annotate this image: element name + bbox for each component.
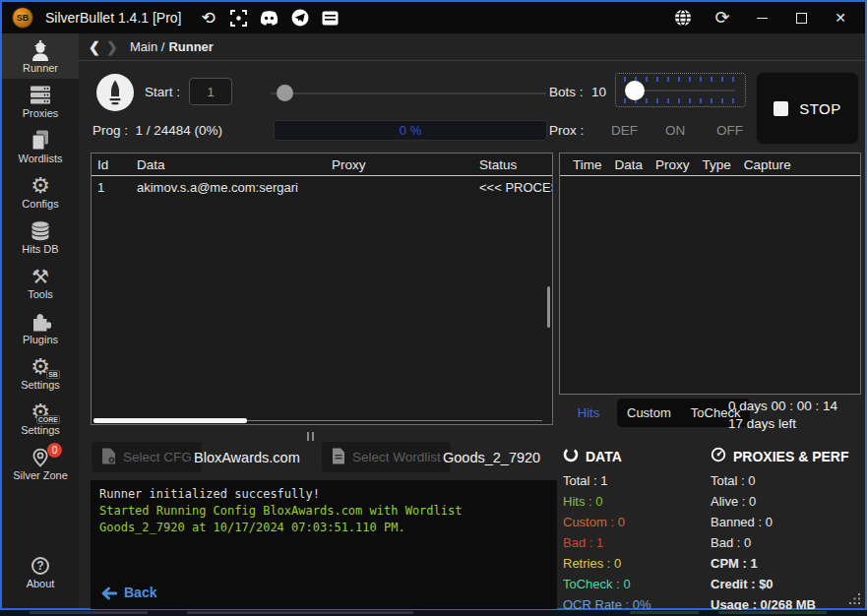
select-wordlist-button[interactable]: Select Wordlist <box>321 441 452 473</box>
sidebar-item-hits-db[interactable]: Hits DB <box>2 215 79 260</box>
stat-proxy-alive: Alive : 0 <box>711 494 848 509</box>
days-left: 17 days left <box>728 416 796 431</box>
history-icon[interactable]: ⟲ <box>198 7 219 29</box>
gear-sb-icon: ⚙SB <box>31 356 50 378</box>
splitter-handle[interactable] <box>305 427 315 445</box>
log-line: Started Running Config BloxAwards.com wi… <box>99 503 548 536</box>
background-window-strip <box>0 610 867 616</box>
column-header-id: Id <box>92 157 131 172</box>
bullet-icon <box>96 74 134 111</box>
sidebar-item-runner[interactable]: Runner <box>2 33 79 79</box>
app-logo: SB <box>12 7 33 29</box>
sidebar: Runner Proxies Wordlists ⚙ Configs Hits … <box>2 33 79 608</box>
app-title: SilverBullet 1.4.1 [Pro] <box>45 10 182 26</box>
sidebar-item-label: Hits DB <box>22 243 58 255</box>
prox-radio-off-label: OFF <box>716 123 743 138</box>
back-button[interactable]: Back <box>100 585 156 601</box>
select-cfg-button[interactable]: Select CFG <box>91 441 203 473</box>
sidebar-item-label: Plugins <box>23 334 58 345</box>
silver-zone-badge: 0 <box>47 443 62 458</box>
start-input[interactable] <box>189 78 232 105</box>
proxies-stats-panel: PROXIES & PERF Total : 0 Alive : 0 Banne… <box>711 447 848 612</box>
column-header-proxy: Proxy <box>326 157 473 172</box>
sidebar-item-label: Settings <box>21 424 60 436</box>
column-header-status: Status <box>473 157 552 172</box>
sidebar-item-wordlists[interactable]: Wordlists <box>2 124 79 169</box>
selected-wordlist: Goods_2_7920 <box>443 450 540 465</box>
minimize-button[interactable] <box>745 5 778 31</box>
bots-value: 10 <box>591 85 606 99</box>
sidebar-item-label: Wordlists <box>18 153 62 164</box>
secondary-slider[interactable] <box>271 92 546 94</box>
documents-icon <box>31 130 50 152</box>
hits-table: Time Data Proxy Type Capture <box>559 153 861 395</box>
config-file-icon <box>101 448 116 467</box>
titlebar: SB SilverBullet 1.4.1 [Pro] ⟲ ⟳ ✕ <box>2 2 865 33</box>
cell-id: 1 <box>92 180 131 195</box>
progress-value: 1 / 24484 (0%) <box>136 123 223 138</box>
stat-tocheck: ToCheck : 0 <box>563 577 651 591</box>
bots-slider-thumb[interactable] <box>625 81 645 100</box>
wordlist-file-icon <box>332 448 345 467</box>
notes-icon[interactable] <box>320 7 341 29</box>
capture-icon[interactable] <box>228 7 250 29</box>
sidebar-item-tools[interactable]: ⚒ Tools <box>2 260 79 305</box>
column-header-data: Data <box>131 157 326 172</box>
cell-status: <<< PROCESS <box>473 180 552 195</box>
gear-icon: ⚙ <box>31 175 50 197</box>
sidebar-item-configs[interactable]: ⚙ Configs <box>2 169 79 215</box>
stat-proxy-banned: Banned : 0 <box>711 515 848 529</box>
globe-icon[interactable] <box>666 5 700 31</box>
telegram-icon[interactable] <box>289 7 311 29</box>
sidebar-item-settings-sb[interactable]: ⚙SB Settings <box>2 350 79 396</box>
tab-custom[interactable]: Custom <box>617 405 681 420</box>
hits-table-header: Time Data Proxy Type Capture <box>560 154 860 176</box>
column-header-type: Type <box>703 157 731 172</box>
vertical-scrollbar[interactable] <box>547 286 550 328</box>
sidebar-item-about[interactable]: ? About <box>2 549 79 594</box>
stop-button[interactable]: STOP <box>756 72 859 145</box>
data-table: Id Data Proxy Status 1 akimov.s.a@me.com… <box>91 153 553 425</box>
sidebar-item-settings-core[interactable]: ⚙CORE Settings <box>2 396 79 441</box>
discord-icon[interactable] <box>259 7 280 29</box>
gauge-icon <box>711 447 726 465</box>
question-icon: ? <box>31 555 49 577</box>
maximize-button[interactable] <box>784 5 818 31</box>
database-icon <box>30 220 51 242</box>
close-button[interactable]: ✕ <box>824 5 857 31</box>
start-label: Start : <box>145 85 180 99</box>
tools-icon: ⚒ <box>31 266 49 287</box>
table-row[interactable]: 1 akimov.s.a@me.com:sergari <<< PROCESS <box>92 176 552 198</box>
sidebar-item-plugins[interactable]: Plugins <box>2 305 79 350</box>
column-header-proxy: Proxy <box>655 157 690 172</box>
stat-cpm: CPM : 1 <box>711 556 848 571</box>
worker-icon <box>29 39 52 61</box>
main-area: ❮ ❯ Main / Runner Start : Bots : 10 STOP <box>79 33 865 608</box>
prox-radio-on-label: ON <box>665 123 685 138</box>
console-log: Runner initialized succesfully! Started … <box>91 480 557 609</box>
sidebar-item-silver-zone[interactable]: 0 Silver Zone <box>2 441 79 486</box>
sidebar-item-proxies[interactable]: Proxies <box>2 79 79 124</box>
servers-icon <box>30 85 51 106</box>
stat-custom: Custom : 0 <box>563 515 651 529</box>
stop-icon <box>774 101 788 116</box>
column-header-data: Data <box>615 157 644 172</box>
progress-percent: 0 % <box>400 123 421 138</box>
resize-grip[interactable] <box>848 591 861 604</box>
secondary-slider-thumb[interactable] <box>277 85 293 101</box>
sidebar-item-label: Runner <box>23 62 58 74</box>
bots-slider[interactable] <box>615 73 746 107</box>
column-header-time: Time <box>573 157 602 172</box>
sidebar-item-label: Silver Zone <box>13 469 68 481</box>
breadcrumb-page: Runner <box>168 39 214 54</box>
breadcrumb: ❮ ❯ Main / Runner <box>79 33 865 61</box>
sync-icon[interactable]: ⟳ <box>706 5 739 31</box>
horizontal-scrollbar-thumb[interactable] <box>93 418 247 423</box>
prox-radio-def-label: DEF <box>611 123 638 138</box>
data-table-header: Id Data Proxy Status <box>92 154 552 176</box>
tab-hits[interactable]: Hits <box>561 399 616 427</box>
nav-forward-chevron[interactable]: ❯ <box>106 39 124 55</box>
nav-back-chevron[interactable]: ❮ <box>89 39 106 55</box>
breadcrumb-section: Main / <box>130 39 164 54</box>
progress-bar: 0 % <box>274 120 547 141</box>
